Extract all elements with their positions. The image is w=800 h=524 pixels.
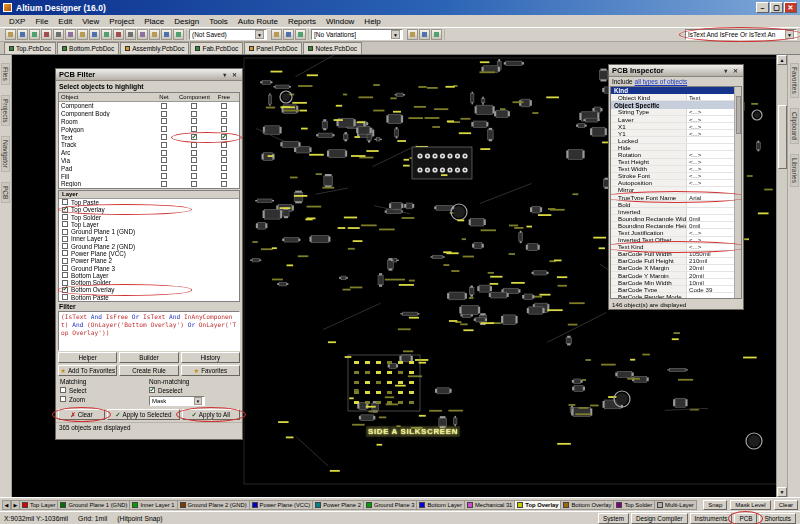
checkbox-arc-free[interactable] [221,150,227,156]
scroll-down-icon[interactable]: ▼ [777,487,787,497]
inspector-row-bold[interactable]: Bold [611,201,741,208]
layer-tab-bottom-layer[interactable]: Bottom Layer [417,500,464,510]
maximize-button[interactable]: ▢ [770,2,783,13]
dock-tab-projects[interactable]: Projects [1,95,10,126]
inspector-row-autoposition[interactable]: Autoposition<...> [611,180,741,187]
paste-icon[interactable] [89,29,100,40]
close-button[interactable]: ✕ [784,2,797,13]
checkbox-icon[interactable] [62,250,68,256]
checkbox-icon[interactable] [62,236,68,242]
layer-tab-ground-plane-1-gnd[interactable]: Ground Plane 1 (GND) [58,500,130,510]
clear-filter-icon[interactable] [431,29,442,40]
dock-tab-libraries[interactable]: Libraries [790,154,799,187]
layer-filter-top-layer[interactable]: Top Layer [59,221,239,228]
panel-menu-close-icons[interactable]: ▾ ✕ [724,67,740,74]
checkbox-pad-component[interactable] [191,165,197,171]
checkbox-pad-net[interactable] [161,165,167,171]
layer-tab-power-plane-vcc[interactable]: Power Plane (VCC) [250,500,314,510]
checkbox-icon[interactable] [62,243,68,249]
history-button[interactable]: History [181,352,240,363]
layer-filter-inner-layer-1[interactable]: Inner Layer 1 [59,235,239,242]
panel-menu-close-icons[interactable]: ▾ ✕ [223,71,239,78]
chevron-down-icon[interactable]: ▼ [255,30,264,39]
dock-tab-navigator[interactable]: Navigator [1,136,10,172]
checkbox-via-net[interactable] [161,157,167,163]
save-icon[interactable] [17,29,28,40]
scroll-up-icon[interactable]: ▲ [777,55,787,65]
inspector-row-text-kind[interactable]: Text Kind<...> [611,244,741,251]
checkbox-icon[interactable] [62,294,68,300]
checkbox-icon[interactable] [62,258,68,264]
layer-filter-power-plane-vcc[interactable]: Power Plane (VCC) [59,250,239,257]
mask-level-button[interactable]: Mask Level [730,500,770,510]
mask-dropdown[interactable]: Mask▼ [149,396,205,406]
layer-clear-button[interactable]: Clear [774,500,798,510]
document-tab-fab-pcbdoc[interactable]: Fab.PcbDoc [190,42,243,54]
layer-filter-ground-plane-3[interactable]: Ground Plane 3 [59,264,239,271]
create-rule-button[interactable]: Create Rule [119,365,178,376]
checkbox-region-component[interactable] [191,181,197,187]
checkbox-pad-free[interactable] [221,165,227,171]
checkbox-arc-net[interactable] [161,150,167,156]
select-checkbox[interactable]: Select [60,387,149,394]
include-all-types-link[interactable]: all types of objects [635,78,688,85]
rules-check-icon[interactable] [295,29,306,40]
checkbox-component-free[interactable] [221,103,227,109]
layer-tab-mechanical-31[interactable]: Mechanical 31 [465,500,515,510]
document-tab-assembly-pcbdoc[interactable]: Assembly.PcbDoc [120,42,189,54]
save-state-dropdown[interactable]: (Not Saved) ▼ [189,29,267,40]
checkbox-text-net[interactable] [161,134,167,140]
filter-expression-box[interactable]: (IsText And IsFree Or IsText And InAnyCo… [58,311,240,351]
helper-button[interactable]: Helper [58,352,117,363]
menu-project[interactable]: Project [104,16,139,27]
checkbox-room-net[interactable] [161,118,167,124]
statusbar-button-system[interactable]: System [598,513,629,524]
zoom-checkbox[interactable]: Zoom [60,396,149,403]
layer-scroll-left-icon[interactable]: ◀ [2,500,11,510]
inspector-row-locked[interactable]: Locked [611,137,741,144]
zoom-in-icon[interactable] [125,29,136,40]
checkbox-text-free[interactable] [221,134,227,140]
select-area-icon[interactable] [161,29,172,40]
checkbox-icon[interactable] [62,287,68,293]
menu-reports[interactable]: Reports [283,16,321,27]
document-tab-top-pcbdoc[interactable]: Top.PcbDoc [4,42,56,54]
layer-filter-ground-plane-2-gnd[interactable]: Ground Plane 2 (GND) [59,243,239,250]
dock-tab-favorites[interactable]: Favorites [790,63,799,98]
statusbar-button-instruments[interactable]: Instruments [690,513,733,524]
checkbox-via-free[interactable] [221,157,227,163]
copy-icon[interactable] [77,29,88,40]
checkbox-polygon-component[interactable] [191,126,197,132]
checkbox-fill-free[interactable] [221,173,227,179]
inspector-row-barcode-type[interactable]: BarCode TypeCode 39 [611,286,741,293]
snap-button[interactable]: Snap [703,500,727,510]
layer-tab-multi-layer[interactable]: Multi-Layer [655,500,697,510]
favorites-button[interactable]: ★Favorites [181,365,240,376]
chevron-down-icon[interactable]: ▼ [391,30,400,39]
compile-icon[interactable] [271,29,282,40]
checkbox-icon[interactable] [149,387,155,393]
checkbox-icon[interactable] [62,207,68,213]
checkbox-icon[interactable] [60,396,66,402]
checkbox-component-body-net[interactable] [161,111,167,117]
zoom-fit-icon[interactable] [149,29,160,40]
clear-button[interactable]: ✗Clear [58,409,105,420]
layer-filter-top-paste[interactable]: Top Paste [59,199,239,206]
variations-dropdown[interactable]: [No Variations] ▼ [311,29,403,40]
layer-tab-ground-plane-2-gnd[interactable]: Ground Plane 2 (GND) [178,500,250,510]
inspector-row-object-kind[interactable]: Object KindText [611,94,741,101]
statusbar-button-shortcuts[interactable]: Shortcuts [759,513,796,524]
pcb-filter-panel-title[interactable]: PCB Filter ▾ ✕ [56,69,242,81]
open-icon[interactable] [5,29,16,40]
layer-scroll-right-icon[interactable]: ▶ [11,500,20,510]
checkbox-icon[interactable] [62,265,68,271]
layer-tab-top-overlay[interactable]: Top Overlay [515,500,561,510]
layer-tab-top-solder[interactable]: Top Solder [614,500,655,510]
scrollbar-thumb[interactable] [778,105,787,169]
layer-filter-bottom-overlay[interactable]: Bottom Overlay [59,286,239,293]
silkscreen-text[interactable]: SIDE A SILKSCREEN [366,426,460,437]
document-tab-bottom-pcbdoc[interactable]: Bottom.PcbDoc [57,42,119,54]
zoom-out-icon[interactable] [137,29,148,40]
print-preview-icon[interactable] [41,29,52,40]
scrollbar-thumb[interactable] [736,96,741,134]
